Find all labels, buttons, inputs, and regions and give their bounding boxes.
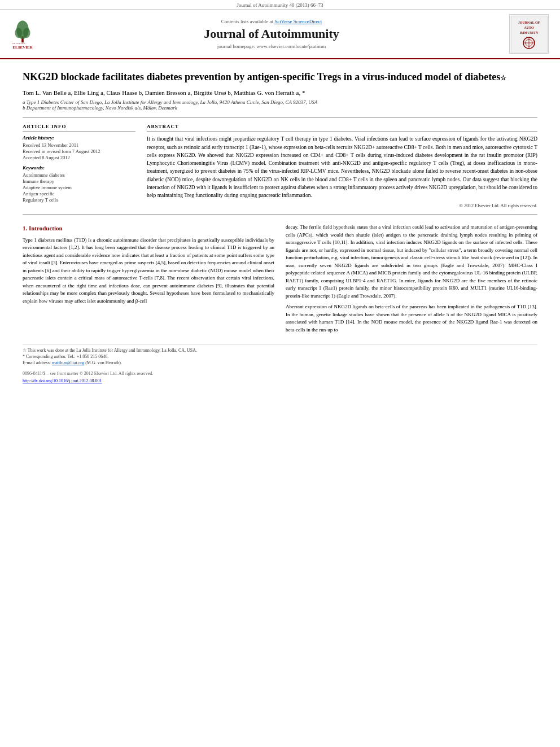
keyword-3: Adaptive immune system — [23, 185, 135, 190]
svg-point-3 — [23, 28, 30, 38]
article-info-label: ARTICLE INFO — [23, 124, 135, 132]
issn-line: 0896-8411/$ – see front matter © 2012 El… — [23, 371, 537, 376]
elsevier-logo: ELSEVIER ELSEVIER — [11, 19, 34, 50]
svg-point-2 — [15, 28, 23, 38]
contents-line: Contents lists available at SciVerse Sci… — [34, 19, 509, 24]
abstract-column: ABSTRACT It is thought that viral infect… — [147, 124, 537, 208]
keywords-list: Autoimmune diabetes Immune therapy Adapt… — [23, 172, 135, 203]
journal-title-center: Contents lists available at SciVerse Sci… — [34, 19, 509, 49]
article-info-column: ARTICLE INFO Article history: Received 1… — [23, 124, 135, 208]
intro-col-right: decay. The fertile field hypothesis stat… — [286, 224, 537, 337]
authors: Tom L. Van Belle a, Ellie Ling a, Claus … — [23, 89, 537, 96]
keywords-group: Keywords: Autoimmune diabetes Immune the… — [23, 165, 135, 203]
main-content: NKG2D blockade facilitates diabetes prev… — [0, 59, 560, 396]
keywords-title: Keywords: — [23, 165, 135, 171]
journal-header: ELSEVIER ELSEVIER Contents lists availab… — [0, 10, 560, 59]
accepted-date: Accepted 8 August 2012 — [23, 155, 135, 160]
affiliations: a Type 1 Diabetes Center of San Diego, L… — [23, 99, 537, 111]
footnote-star: ☆ This work was done at the La Jolla Ins… — [23, 348, 537, 353]
journal-citation: Journal of Autoimmunity 40 (2013) 66–73 — [237, 2, 323, 8]
divider-mid — [23, 214, 537, 215]
autoimmunity-logo-icon: JOURNAL OF AUTO IMMUNITY — [511, 16, 548, 53]
sciverse-link[interactable]: SciVerse ScienceDirect — [274, 19, 322, 24]
intro-para-col2-2: Aberrant expression of NKG2D ligands on … — [286, 303, 537, 334]
copyright-line: © 2012 Elsevier Ltd. All rights reserved… — [147, 203, 537, 208]
keyword-2: Immune therapy — [23, 178, 135, 184]
journal-header-left: ELSEVIER ELSEVIER — [11, 19, 34, 50]
affiliation-a: a Type 1 Diabetes Center of San Diego, L… — [23, 99, 537, 105]
elsevier-tree-icon: ELSEVIER — [11, 19, 34, 44]
intro-para-1: Type 1 diabetes mellitus (T1D) is a chro… — [23, 237, 274, 305]
keyword-1: Autoimmune diabetes — [23, 172, 135, 178]
article-history-group: Article history: Received 13 November 20… — [23, 135, 135, 160]
email-link[interactable]: matthias@liai.org — [52, 360, 84, 365]
revised-date: Received in revised form 7 August 2012 — [23, 148, 135, 154]
svg-text:ELSEVIER: ELSEVIER — [12, 42, 26, 43]
abstract-label: ABSTRACT — [147, 124, 537, 132]
doi-line[interactable]: http://dx.doi.org/10.1016/j.jaut.2012.08… — [23, 378, 537, 383]
footnote-section: ☆ This work was done at the La Jolla Ins… — [23, 344, 537, 383]
article-info-abstract-section: ARTICLE INFO Article history: Received 1… — [23, 124, 537, 208]
received-date: Received 13 November 2011 — [23, 142, 135, 148]
intro-para-col2-1: decay. The fertile field hypothesis stat… — [286, 224, 537, 300]
footnote-email: E-mail address: matthias@liai.org (M.G. … — [23, 360, 537, 365]
keyword-5: Regulatory T cells — [23, 197, 135, 203]
abstract-text: It is thought that viral infections migh… — [147, 135, 537, 199]
doi-link[interactable]: http://dx.doi.org/10.1016/j.jaut.2012.08… — [23, 378, 102, 383]
journal-logo-right: JOURNAL OF AUTO IMMUNITY — [509, 14, 549, 54]
intro-col-left: 1. Introduction Type 1 diabetes mellitus… — [23, 224, 274, 337]
footnote-corresponding: * Corresponding author. Tel.: +1 858 215… — [23, 354, 537, 359]
article-history-title: Article history: — [23, 135, 135, 141]
journal-top-bar: Journal of Autoimmunity 40 (2013) 66–73 — [0, 0, 560, 10]
journal-homepage: journal homepage: www.elsevier.com/locat… — [34, 43, 509, 49]
svg-text:JOURNAL OF: JOURNAL OF — [518, 21, 540, 24]
svg-text:AUTO: AUTO — [524, 26, 534, 29]
keyword-4: Antigen-specific — [23, 191, 135, 196]
svg-text:IMMUNITY: IMMUNITY — [519, 31, 539, 34]
divider-top — [23, 117, 537, 118]
journal-main-title: Journal of Autoimmunity — [34, 27, 509, 41]
elsevier-label: ELSEVIER — [12, 45, 32, 50]
article-title: NKG2D blockade facilitates diabetes prev… — [23, 71, 537, 84]
introduction-section: 1. Introduction Type 1 diabetes mellitus… — [23, 224, 537, 337]
affiliation-b: b Department of Immunopharmacology, Novo… — [23, 105, 537, 111]
intro-heading: 1. Introduction — [23, 224, 274, 233]
